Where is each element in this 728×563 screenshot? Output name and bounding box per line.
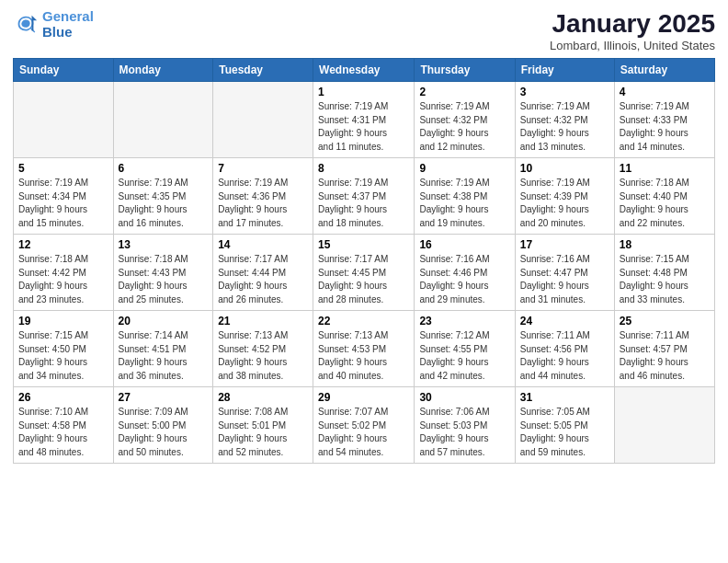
day-number: 8: [318, 162, 409, 175]
day-number: 10: [520, 162, 609, 175]
week-row-4: 19Sunrise: 7:15 AM Sunset: 4:50 PM Dayli…: [14, 311, 715, 387]
day-info: Sunrise: 7:19 AM Sunset: 4:37 PM Dayligh…: [318, 177, 409, 230]
day-header-friday: Friday: [515, 59, 614, 82]
calendar-cell: 24Sunrise: 7:11 AM Sunset: 4:56 PM Dayli…: [515, 311, 614, 387]
calendar-cell: 17Sunrise: 7:16 AM Sunset: 4:47 PM Dayli…: [515, 235, 614, 311]
month-title: January 2025: [550, 9, 715, 39]
calendar-cell: 13Sunrise: 7:18 AM Sunset: 4:43 PM Dayli…: [113, 235, 213, 311]
day-header-thursday: Thursday: [415, 59, 515, 82]
day-header-monday: Monday: [113, 59, 213, 82]
day-number: 1: [318, 86, 409, 98]
day-info: Sunrise: 7:18 AM Sunset: 4:43 PM Dayligh…: [119, 253, 209, 306]
calendar-cell: 14Sunrise: 7:17 AM Sunset: 4:44 PM Dayli…: [213, 235, 313, 311]
day-header-sunday: Sunday: [14, 59, 114, 82]
calendar-cell: 15Sunrise: 7:17 AM Sunset: 4:45 PM Dayli…: [313, 235, 415, 311]
calendar-cell: 2Sunrise: 7:19 AM Sunset: 4:32 PM Daylig…: [415, 82, 515, 158]
page: General Blue January 2025 Lombard, Illin…: [0, 0, 728, 563]
day-info: Sunrise: 7:09 AM Sunset: 5:00 PM Dayligh…: [119, 406, 209, 459]
week-row-5: 26Sunrise: 7:10 AM Sunset: 4:58 PM Dayli…: [14, 387, 715, 464]
day-number: 3: [520, 86, 609, 98]
day-number: 28: [218, 391, 308, 404]
day-info: Sunrise: 7:18 AM Sunset: 4:42 PM Dayligh…: [18, 253, 108, 306]
logo-icon: [13, 12, 39, 38]
calendar-cell: [14, 82, 114, 158]
day-info: Sunrise: 7:10 AM Sunset: 4:58 PM Dayligh…: [18, 406, 108, 459]
day-info: Sunrise: 7:16 AM Sunset: 4:47 PM Dayligh…: [520, 253, 609, 306]
day-info: Sunrise: 7:07 AM Sunset: 5:02 PM Dayligh…: [318, 406, 409, 459]
title-block: January 2025 Lombard, Illinois, United S…: [550, 9, 715, 52]
day-number: 24: [520, 315, 609, 327]
day-number: 27: [119, 391, 209, 404]
calendar-cell: 11Sunrise: 7:18 AM Sunset: 4:40 PM Dayli…: [614, 158, 714, 235]
day-number: 12: [18, 238, 108, 251]
day-number: 13: [119, 238, 209, 251]
day-number: 18: [620, 238, 710, 251]
day-info: Sunrise: 7:15 AM Sunset: 4:48 PM Dayligh…: [620, 253, 710, 306]
logo-text: General Blue: [42, 9, 94, 40]
day-info: Sunrise: 7:15 AM Sunset: 4:50 PM Dayligh…: [18, 329, 108, 383]
calendar-cell: 6Sunrise: 7:19 AM Sunset: 4:35 PM Daylig…: [113, 158, 213, 235]
calendar-cell: 5Sunrise: 7:19 AM Sunset: 4:34 PM Daylig…: [14, 158, 114, 235]
day-number: 30: [419, 391, 509, 404]
calendar-cell: 7Sunrise: 7:19 AM Sunset: 4:36 PM Daylig…: [213, 158, 313, 235]
day-number: 26: [18, 391, 108, 404]
day-number: 21: [218, 315, 308, 327]
calendar-cell: 22Sunrise: 7:13 AM Sunset: 4:53 PM Dayli…: [313, 311, 415, 387]
day-header-wednesday: Wednesday: [313, 59, 415, 82]
day-number: 11: [620, 162, 710, 175]
calendar-cell: 30Sunrise: 7:06 AM Sunset: 5:03 PM Dayli…: [415, 387, 515, 464]
day-info: Sunrise: 7:12 AM Sunset: 4:55 PM Dayligh…: [419, 329, 509, 383]
day-info: Sunrise: 7:14 AM Sunset: 4:51 PM Dayligh…: [119, 329, 209, 383]
calendar-cell: [614, 387, 714, 464]
day-info: Sunrise: 7:17 AM Sunset: 4:44 PM Dayligh…: [218, 253, 308, 306]
calendar-cell: 1Sunrise: 7:19 AM Sunset: 4:31 PM Daylig…: [313, 82, 415, 158]
week-row-3: 12Sunrise: 7:18 AM Sunset: 4:42 PM Dayli…: [14, 235, 715, 311]
day-info: Sunrise: 7:19 AM Sunset: 4:33 PM Dayligh…: [620, 100, 710, 154]
day-number: 2: [419, 86, 509, 98]
header: General Blue January 2025 Lombard, Illin…: [13, 9, 715, 52]
day-number: 20: [119, 315, 209, 327]
day-info: Sunrise: 7:19 AM Sunset: 4:32 PM Dayligh…: [419, 100, 509, 154]
day-info: Sunrise: 7:18 AM Sunset: 4:40 PM Dayligh…: [620, 177, 710, 230]
day-info: Sunrise: 7:08 AM Sunset: 5:01 PM Dayligh…: [218, 406, 308, 459]
calendar-cell: 9Sunrise: 7:19 AM Sunset: 4:38 PM Daylig…: [415, 158, 515, 235]
day-number: 5: [18, 162, 108, 175]
week-row-1: 1Sunrise: 7:19 AM Sunset: 4:31 PM Daylig…: [14, 82, 715, 158]
day-info: Sunrise: 7:13 AM Sunset: 4:53 PM Dayligh…: [318, 329, 409, 383]
calendar-cell: 26Sunrise: 7:10 AM Sunset: 4:58 PM Dayli…: [14, 387, 114, 464]
day-number: 17: [520, 238, 609, 251]
calendar-cell: 29Sunrise: 7:07 AM Sunset: 5:02 PM Dayli…: [313, 387, 415, 464]
calendar-cell: 20Sunrise: 7:14 AM Sunset: 4:51 PM Dayli…: [113, 311, 213, 387]
day-number: 6: [119, 162, 209, 175]
calendar-cell: 31Sunrise: 7:05 AM Sunset: 5:05 PM Dayli…: [515, 387, 614, 464]
day-header-saturday: Saturday: [614, 59, 714, 82]
day-info: Sunrise: 7:19 AM Sunset: 4:35 PM Dayligh…: [119, 177, 209, 230]
location: Lombard, Illinois, United States: [550, 39, 715, 52]
calendar-cell: [113, 82, 213, 158]
calendar-cell: [213, 82, 313, 158]
day-number: 25: [620, 315, 710, 327]
day-info: Sunrise: 7:06 AM Sunset: 5:03 PM Dayligh…: [419, 406, 509, 459]
day-number: 29: [318, 391, 409, 404]
day-number: 7: [218, 162, 308, 175]
day-info: Sunrise: 7:19 AM Sunset: 4:36 PM Dayligh…: [218, 177, 308, 230]
calendar-cell: 23Sunrise: 7:12 AM Sunset: 4:55 PM Dayli…: [415, 311, 515, 387]
calendar-cell: 10Sunrise: 7:19 AM Sunset: 4:39 PM Dayli…: [515, 158, 614, 235]
calendar-cell: 4Sunrise: 7:19 AM Sunset: 4:33 PM Daylig…: [614, 82, 714, 158]
day-info: Sunrise: 7:17 AM Sunset: 4:45 PM Dayligh…: [318, 253, 409, 306]
day-header-tuesday: Tuesday: [213, 59, 313, 82]
day-number: 31: [520, 391, 609, 404]
day-info: Sunrise: 7:13 AM Sunset: 4:52 PM Dayligh…: [218, 329, 308, 383]
day-info: Sunrise: 7:19 AM Sunset: 4:32 PM Dayligh…: [520, 100, 609, 154]
week-row-2: 5Sunrise: 7:19 AM Sunset: 4:34 PM Daylig…: [14, 158, 715, 235]
calendar-cell: 19Sunrise: 7:15 AM Sunset: 4:50 PM Dayli…: [14, 311, 114, 387]
calendar-cell: 18Sunrise: 7:15 AM Sunset: 4:48 PM Dayli…: [614, 235, 714, 311]
day-info: Sunrise: 7:11 AM Sunset: 4:56 PM Dayligh…: [520, 329, 609, 383]
calendar: SundayMondayTuesdayWednesdayThursdayFrid…: [13, 58, 715, 464]
calendar-cell: 16Sunrise: 7:16 AM Sunset: 4:46 PM Dayli…: [415, 235, 515, 311]
day-info: Sunrise: 7:19 AM Sunset: 4:34 PM Dayligh…: [18, 177, 108, 230]
day-number: 9: [419, 162, 509, 175]
calendar-cell: 8Sunrise: 7:19 AM Sunset: 4:37 PM Daylig…: [313, 158, 415, 235]
day-number: 19: [18, 315, 108, 327]
day-info: Sunrise: 7:19 AM Sunset: 4:38 PM Dayligh…: [419, 177, 509, 230]
